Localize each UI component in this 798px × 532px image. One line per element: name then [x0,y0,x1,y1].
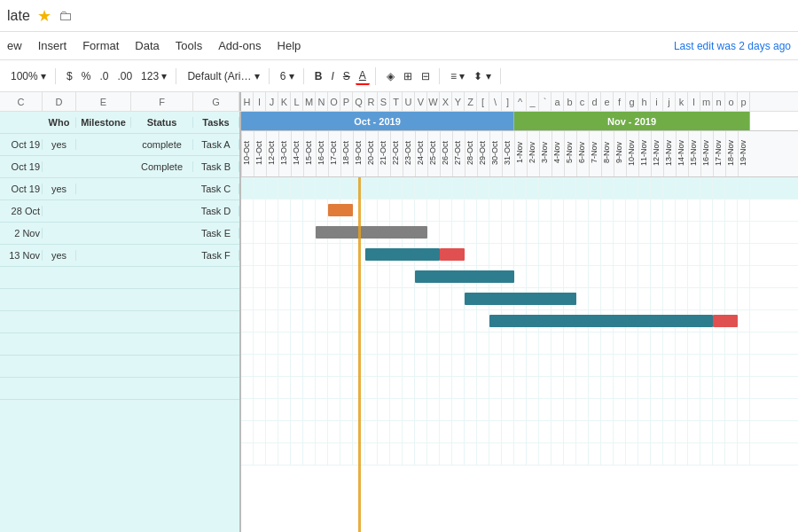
halign-button[interactable]: ≡ ▾ [447,68,468,84]
cell-tasks-3[interactable]: Task D [193,206,239,216]
cell-tasks-1[interactable]: Task B [193,161,239,172]
font-select[interactable]: Default (Ari… ▾ [184,68,262,84]
gantt-col-24[interactable]: ` [539,92,552,111]
gantt-col-5[interactable]: M [303,92,316,111]
format-number[interactable]: 123 ▾ [137,68,170,84]
gantt-col-36[interactable]: l [688,92,700,111]
cell-date-5[interactable]: 13 Nov [0,250,43,261]
col-f[interactable]: F [131,92,193,111]
gantt-col-15[interactable]: W [427,92,440,111]
gantt-cell [651,332,663,354]
star-icon[interactable]: ★ [37,6,51,26]
zoom-select[interactable]: 100% ▾ [7,68,50,84]
col-d[interactable]: D [43,92,76,111]
cell-date-3[interactable]: 28 Oct [0,206,43,216]
folder-icon[interactable]: 🗀 [59,8,73,24]
gantt-col-29[interactable]: e [601,92,614,111]
gantt-col-7[interactable]: O [328,92,340,111]
gantt-cell [527,421,539,442]
gantt-col-8[interactable]: P [340,92,353,111]
gantt-col-6[interactable]: N [316,92,328,111]
decimal-decrease[interactable]: .0 [96,68,112,84]
gantt-col-35[interactable]: k [676,92,688,111]
gantt-col-37[interactable]: m [700,92,713,111]
gantt-col-9[interactable]: Q [353,92,365,111]
cell-who-5[interactable]: yes [43,250,76,261]
menu-item-data[interactable]: Data [135,39,159,52]
col-g[interactable]: G [193,92,239,111]
gantt-col-13[interactable]: U [403,92,415,111]
gantt-col-1[interactable]: I [254,92,266,111]
gantt-cell [489,355,502,376]
cell-tasks-5[interactable]: Task F [193,250,239,261]
cell-tasks-2[interactable]: Task C [193,184,239,194]
gantt-col-40[interactable]: p [738,92,750,111]
gantt-col-30[interactable]: f [614,92,626,111]
gantt-col-4[interactable]: L [291,92,303,111]
menu-item-addons[interactable]: Add-ons [218,39,261,52]
cell-tasks-0[interactable]: Task A [193,139,239,150]
col-c[interactable]: C [0,92,43,111]
gantt-cell [415,355,427,376]
cell-status-0[interactable]: complete [131,139,193,150]
gantt-col-20[interactable]: \ [489,92,502,111]
currency-button[interactable]: $ [63,68,76,84]
gantt-col-27[interactable]: c [576,92,589,111]
gantt-cell [452,266,465,287]
gantt-col-39[interactable]: o [725,92,738,111]
gantt-col-16[interactable]: X [440,92,452,111]
gantt-col-0[interactable]: H [241,92,254,111]
bold-button[interactable]: B [311,68,326,84]
borders-button[interactable]: ⊞ [400,68,416,84]
gantt-col-18[interactable]: Z [465,92,477,111]
gantt-col-22[interactable]: ^ [514,92,527,111]
col-e[interactable]: E [76,92,131,111]
cell-date-1[interactable]: Oct 19 [0,161,43,172]
valign-button[interactable]: ⬍ ▾ [470,68,494,84]
menu-item-view[interactable]: ew [7,39,22,52]
gantt-date-1: 11-Oct [254,131,266,176]
cell-status-1[interactable]: Complete [131,161,193,172]
gantt-col-25[interactable]: a [552,92,564,111]
percent-button[interactable]: % [78,68,95,84]
italic-button[interactable]: I [328,68,338,84]
gantt-col-23[interactable]: _ [527,92,539,111]
gantt-col-38[interactable]: n [713,92,725,111]
gantt-cell [663,399,676,420]
gantt-col-26[interactable]: b [564,92,576,111]
gantt-col-21[interactable]: ] [502,92,514,111]
menu-item-tools[interactable]: Tools [176,39,202,52]
menu-item-insert[interactable]: Insert [38,39,67,52]
cell-date-0[interactable]: Oct 19 [0,139,43,150]
gantt-col-2[interactable]: J [266,92,278,111]
cell-tasks-4[interactable]: Task E [193,228,239,239]
fill-color-button[interactable]: ◈ [383,68,398,84]
menu-item-format[interactable]: Format [82,39,119,52]
gantt-cell [477,443,489,465]
menu-item-help[interactable]: Help [278,39,301,52]
decimal-increase[interactable]: .00 [113,68,136,84]
gantt-cell [278,310,291,332]
gantt-col-34[interactable]: j [663,92,676,111]
fontsize-select[interactable]: 6 ▾ [277,68,298,84]
gantt-col-28[interactable]: d [589,92,601,111]
merge-button[interactable]: ⊟ [418,68,434,84]
gantt-col-12[interactable]: T [390,92,403,111]
gantt-col-33[interactable]: i [651,92,663,111]
gantt-col-14[interactable]: V [415,92,427,111]
gantt-col-11[interactable]: S [378,92,390,111]
gantt-cell [527,310,539,332]
gantt-col-19[interactable]: [ [477,92,489,111]
gantt-col-32[interactable]: h [638,92,651,111]
gantt-cell [576,332,589,354]
cell-date-2[interactable]: Oct 19 [0,184,43,194]
gantt-col-31[interactable]: g [626,92,638,111]
cell-who-0[interactable]: yes [43,139,76,150]
underline-button[interactable]: A [356,67,370,85]
strikethrough-button[interactable]: S [340,68,354,84]
gantt-col-17[interactable]: Y [452,92,465,111]
gantt-col-10[interactable]: R [365,92,378,111]
cell-date-4[interactable]: 2 Nov [0,228,43,239]
gantt-col-3[interactable]: K [278,92,291,111]
cell-who-2[interactable]: yes [43,184,76,194]
